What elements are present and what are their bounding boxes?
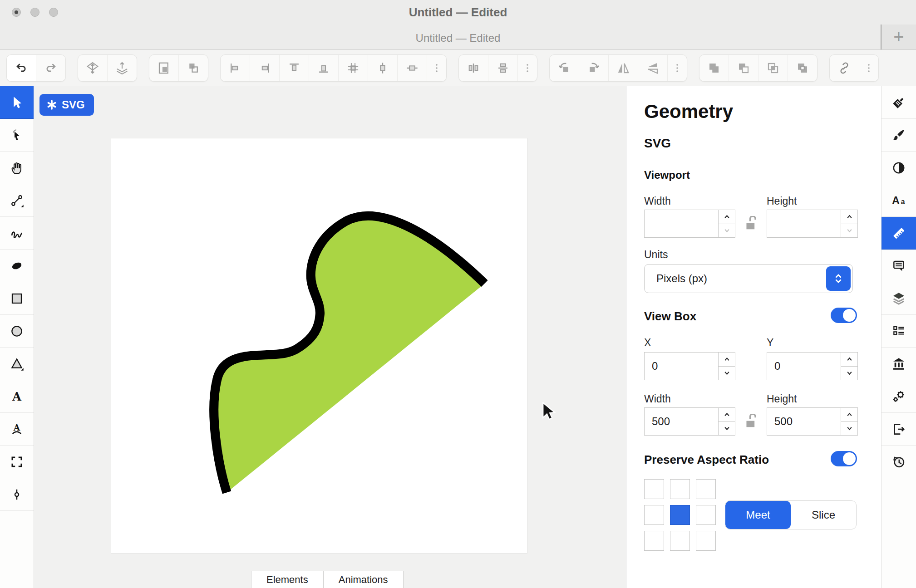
units-select[interactable]: Pixels (px) (644, 264, 853, 293)
rail-geometry[interactable] (882, 217, 916, 250)
viewbox-x-increment[interactable] (719, 353, 735, 367)
viewbox-width-input[interactable] (645, 408, 718, 435)
tool-rectangle[interactable] (0, 282, 34, 315)
units-stepper[interactable] (826, 266, 851, 291)
rail-typography[interactable]: Aa (882, 184, 916, 217)
viewbox-x-decrement[interactable] (719, 367, 735, 380)
par-align-center[interactable] (670, 505, 690, 525)
link-button[interactable] (830, 55, 859, 81)
rail-brush[interactable] (882, 119, 916, 152)
par-align-top-left[interactable] (644, 479, 664, 499)
align-right-button[interactable] (250, 55, 279, 81)
slice-option[interactable]: Slice (791, 501, 856, 529)
distribute-horizontal-button[interactable] (459, 55, 488, 81)
tool-blob[interactable] (0, 250, 34, 282)
transform-more-button[interactable] (667, 55, 687, 81)
viewport-height-increment[interactable] (841, 210, 857, 224)
exclude-button[interactable] (788, 55, 817, 81)
document-tab[interactable]: Untitled — Edited (0, 32, 916, 44)
rail-generators[interactable] (882, 380, 916, 413)
viewbox-height-input[interactable] (767, 408, 841, 435)
viewport-link-lock[interactable] (741, 210, 761, 238)
subtract-button[interactable] (729, 55, 758, 81)
union-button[interactable] (699, 55, 729, 81)
flip-vertical-button[interactable] (638, 55, 667, 81)
align-center-vertical-button[interactable] (368, 55, 397, 81)
paste-in-back-button[interactable] (178, 55, 208, 81)
rail-layers[interactable] (882, 282, 916, 315)
tool-view[interactable] (0, 446, 34, 478)
align-center-button[interactable] (338, 55, 368, 81)
viewbox-link-lock[interactable] (741, 407, 761, 436)
tool-symbol[interactable] (0, 478, 34, 511)
paste-in-front-button[interactable] (149, 55, 178, 81)
intersect-button[interactable] (758, 55, 788, 81)
align-center-horizontal-button[interactable] (397, 55, 427, 81)
par-align-middle-left[interactable] (644, 505, 664, 525)
viewport-height-decrement[interactable] (841, 224, 857, 238)
rail-comments[interactable] (882, 250, 916, 282)
par-align-bottom-right[interactable] (696, 531, 716, 551)
tool-select[interactable] (0, 86, 34, 119)
tool-direct-select[interactable] (0, 119, 34, 152)
distribute-more-button[interactable] (517, 55, 537, 81)
viewbox-y-increment[interactable] (841, 353, 857, 367)
viewbox-width-increment[interactable] (719, 408, 735, 422)
units-value: Pixels (px) (645, 272, 826, 285)
redo-button[interactable] (36, 55, 65, 81)
link-more-button[interactable] (859, 55, 878, 81)
tool-pan[interactable] (0, 152, 34, 184)
undo-button[interactable] (7, 55, 36, 81)
rotate-ccw-button[interactable] (550, 55, 579, 81)
rail-export[interactable] (882, 413, 916, 446)
flip-horizontal-button[interactable] (608, 55, 638, 81)
tool-text[interactable]: A (0, 380, 34, 413)
tool-line[interactable] (0, 184, 34, 217)
viewbox-width-decrement[interactable] (719, 422, 735, 436)
viewbox-toggle[interactable] (831, 308, 857, 323)
rail-elements[interactable] (882, 315, 916, 348)
tool-text-path[interactable]: A (0, 413, 34, 446)
viewbox-x-input[interactable] (645, 353, 718, 380)
align-bottom-button[interactable] (309, 55, 338, 81)
viewport-width-decrement[interactable] (719, 224, 735, 238)
viewport-height-field (767, 210, 858, 238)
tab-animations[interactable]: Animations (324, 571, 404, 588)
artboard[interactable] (111, 138, 527, 554)
viewbox-y-decrement[interactable] (841, 367, 857, 380)
new-tab-button[interactable]: + (881, 24, 916, 49)
rail-library[interactable] (882, 348, 916, 380)
rail-compositing[interactable] (882, 152, 916, 184)
viewbox-height-increment[interactable] (841, 408, 857, 422)
par-align-top-center[interactable] (670, 479, 690, 499)
rotate-cw-button[interactable] (579, 55, 608, 81)
par-align-bottom-center[interactable] (670, 531, 690, 551)
view-frame-icon (10, 455, 24, 469)
tool-ellipse[interactable] (0, 315, 34, 348)
align-group (220, 54, 447, 82)
align-left-button[interactable] (221, 55, 250, 81)
par-align-middle-right[interactable] (696, 505, 716, 525)
viewport-width-increment[interactable] (719, 210, 735, 224)
viewport-height-input[interactable] (767, 210, 841, 237)
meet-option[interactable]: Meet (725, 501, 791, 529)
align-more-button[interactable] (427, 55, 446, 81)
paste-in-front-icon (157, 61, 171, 75)
tab-elements[interactable]: Elements (251, 571, 324, 588)
align-top-button[interactable] (279, 55, 309, 81)
viewbox-height-decrement[interactable] (841, 422, 857, 436)
distribute-vertical-button[interactable] (488, 55, 517, 81)
svg-element-badge[interactable]: SVG (39, 94, 94, 116)
viewbox-y-input[interactable] (767, 353, 841, 380)
par-align-top-right[interactable] (696, 479, 716, 499)
par-align-bottom-left[interactable] (644, 531, 664, 551)
tool-polygon[interactable] (0, 348, 34, 380)
preserve-aspect-ratio-toggle[interactable] (831, 451, 857, 466)
lower-button[interactable] (107, 55, 137, 81)
rail-history[interactable] (882, 446, 916, 478)
distribute-horizontal-icon (467, 62, 480, 74)
viewport-width-input[interactable] (645, 210, 718, 237)
tool-pencil[interactable] (0, 217, 34, 250)
raise-button[interactable] (78, 55, 107, 81)
rail-fill[interactable] (882, 86, 916, 119)
